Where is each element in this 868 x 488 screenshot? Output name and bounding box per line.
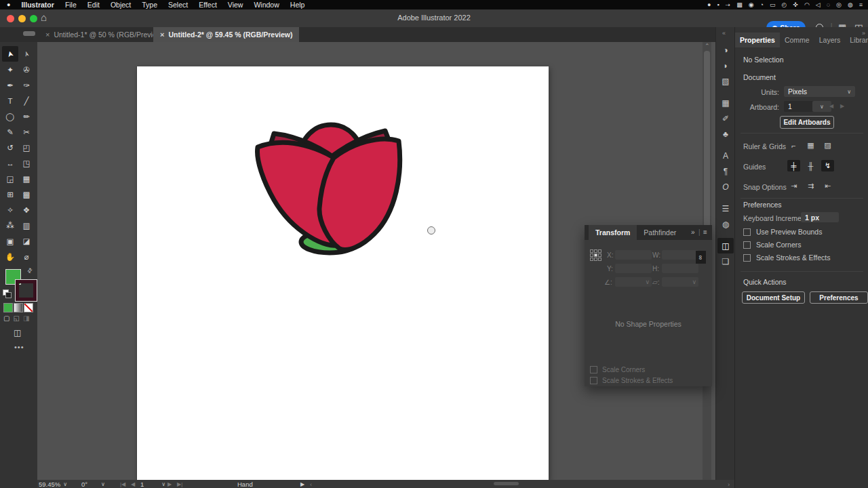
tab-transform[interactable]: Transform [589,225,637,240]
symbol-sprayer-tool[interactable]: ⁂ [2,218,18,233]
menu-file[interactable]: File [65,1,77,9]
menu-window[interactable]: Window [254,1,279,9]
lock-guides-icon[interactable]: ╫ [804,160,817,171]
show-grid-icon[interactable]: ▦ [804,140,817,151]
paintbrush-tool[interactable]: ✏ [18,108,35,124]
type-tool[interactable]: T [2,93,18,108]
hand-tool[interactable]: ✋ [2,249,18,264]
panel-menu-icon[interactable]: ≡ [703,228,707,236]
artboard-tool[interactable]: ▣ [2,233,18,249]
checkbox-icon[interactable] [590,377,597,384]
checkbox-icon[interactable] [743,254,751,262]
transparency-panel-icon[interactable]: ◍ [717,216,734,232]
rotation-dropdown[interactable]: 0° ∨ [81,480,105,488]
tab-properties[interactable]: Properties [735,33,780,47]
shape-builder-tool[interactable]: ◲ [2,171,18,186]
edit-toolbar-icon[interactable]: ••• [14,343,24,351]
ellipse-tool[interactable]: ◯ [2,108,18,124]
show-guides-icon[interactable]: ╪ [787,160,800,171]
prev-artboard-icon[interactable]: ◀ [829,103,833,109]
menubar-status-icon-15[interactable]: ≡ [859,1,863,8]
close-tab-icon[interactable]: × [160,30,164,39]
menubar-status-icon-1[interactable]: ● [707,1,711,8]
scale-strokes-effects-checkbox[interactable]: Scale Strokes & Effects [743,253,831,262]
slice-tool[interactable]: ◪ [18,233,35,249]
mesh-tool[interactable]: ⊞ [2,186,18,202]
color-guide-panel-icon[interactable]: ◗ [717,58,734,73]
zoom-tool[interactable]: ⌀ [18,249,35,264]
menubar-status-icon-12[interactable]: ◌ [827,1,830,8]
artboard-dropdown[interactable]: ∨ [812,101,831,112]
artboard-navigation-dropdown[interactable]: 1 ∨ [140,480,165,488]
menubar-status-icon-8[interactable]: ◴ [781,1,787,8]
collapse-panel-icon[interactable]: » [691,228,695,236]
width-tool[interactable]: ↔ [2,155,18,171]
column-graph-tool[interactable]: ▥ [18,218,35,233]
swatches-panel-icon[interactable]: ▦ [717,95,734,110]
checkbox-icon[interactable] [590,366,597,373]
free-transform-tool[interactable]: ◳ [18,155,35,171]
scroll-up-icon[interactable]: ⌃ [705,43,710,49]
menu-help[interactable]: Help [290,1,305,9]
toolbar-grip[interactable] [23,31,35,36]
keyboard-increment-input[interactable]: 1 px [801,212,839,222]
tab-pathfinder[interactable]: Pathfinder [637,228,683,237]
menubar-status-icon-14[interactable]: ◍ [848,1,853,8]
screen-mode-icon[interactable]: ◫ [14,328,21,338]
draw-normal-icon[interactable]: ▢ [3,314,9,322]
checkbox-icon[interactable] [743,241,751,249]
snap-to-pixel-icon[interactable]: ⇉ [804,180,817,192]
brushes-panel-icon[interactable]: ✐ [717,110,734,126]
first-artboard-icon[interactable]: |◀ [120,480,125,488]
scale-tool[interactable]: ◰ [18,140,35,155]
menubar-status-icon-3[interactable]: ⇢ [726,1,731,8]
rose-artwork[interactable] [251,119,407,258]
menubar-status-icon-13[interactable]: ◎ [836,1,842,8]
default-colors-icon[interactable] [6,293,11,298]
menu-effect[interactable]: Effect [199,1,217,9]
next-artboard-icon[interactable]: ▶ [167,480,172,488]
symbols-panel-icon[interactable]: ♣ [717,126,734,142]
paragraph-panel-icon[interactable]: ¶ [717,163,734,179]
curvature-tool[interactable]: ✑ [18,77,35,93]
eyedropper-tool[interactable]: ✧ [2,202,18,218]
lasso-tool[interactable]: ✇ [18,62,35,77]
menu-object[interactable]: Object [111,1,131,9]
zoom-level-dropdown[interactable]: 59.45% ∨ [39,480,67,488]
scale-corners-checkbox[interactable]: Scale Corners [590,366,645,373]
units-dropdown[interactable]: Pixels ∨ [784,86,855,97]
opentype-panel-icon[interactable]: O [717,179,734,195]
horizontal-scrollbar-thumb[interactable] [494,482,519,485]
constrain-proportions-icon[interactable]: ∞ [696,251,706,264]
stroke-color-swatch[interactable] [16,280,37,301]
reference-point-selector[interactable] [590,249,601,261]
scissors-tool[interactable]: ✂ [18,124,35,140]
tab-comments[interactable]: Comme [780,33,814,47]
menubar-status-icon-7[interactable]: ▭ [770,1,776,8]
snap-to-grid-icon[interactable]: ⇥ [787,180,800,192]
scale-corners-checkbox[interactable]: Scale Corners [743,241,802,249]
use-preview-bounds-checkbox[interactable]: Use Preview Bounds [743,228,822,236]
shaper-tool[interactable]: ✎ [2,124,18,140]
swap-fill-stroke-icon[interactable]: ⇄ [26,266,34,274]
menubar-status-icon-11[interactable]: ◁ [816,1,821,8]
prev-artboard-icon[interactable]: ◀ [131,480,135,488]
snap-to-point-icon[interactable]: ⇤ [821,180,834,192]
vertical-scrollbar-thumb[interactable] [704,51,710,231]
magic-wand-tool[interactable]: ✦ [2,62,18,77]
menubar-status-icon-6[interactable]: ◔ [760,1,764,8]
gradient-button[interactable] [14,304,22,312]
color-panel-icon[interactable]: ◑ [717,42,734,58]
preferences-button[interactable]: Preferences [810,291,868,304]
selection-tool[interactable]: ➤ [2,46,18,62]
scroll-right-icon[interactable]: › [728,480,730,488]
menu-view[interactable]: View [228,1,243,9]
menu-illustrator[interactable]: Illustrator [21,1,54,9]
menubar-status-icon-4[interactable]: ▩ [736,1,743,8]
show-rulers-icon[interactable]: ⌐ [787,140,800,151]
close-tab-icon[interactable]: × [45,30,50,39]
menu-edit[interactable]: Edit [87,1,100,9]
menubar-status-icon-5[interactable]: ◉ [749,1,754,8]
line-segment-tool[interactable]: ╱ [18,93,35,108]
status-play-icon[interactable]: ▶ [300,480,304,488]
